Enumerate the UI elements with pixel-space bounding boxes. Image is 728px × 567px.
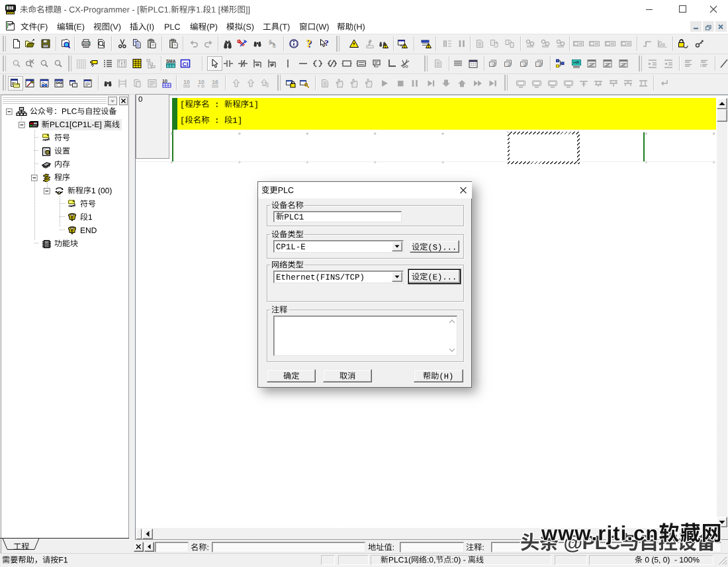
svg-text:10: 10 (162, 79, 167, 83)
svg-text:16: 16 (212, 79, 218, 85)
svg-text:12: 12 (492, 63, 497, 67)
svg-text:CI: CI (183, 61, 189, 67)
svg-text:10: 10 (183, 79, 190, 85)
svg-text:10: 10 (198, 79, 205, 85)
svg-text:12: 12 (539, 63, 543, 67)
svg-text:?: ? (324, 38, 329, 48)
svg-text:HR: HR (573, 60, 580, 65)
svg-text:12: 12 (508, 63, 512, 67)
svg-text:?: ? (306, 38, 312, 49)
svg-text:12: 12 (523, 63, 528, 67)
svg-text:SMA: SMA (166, 59, 176, 64)
